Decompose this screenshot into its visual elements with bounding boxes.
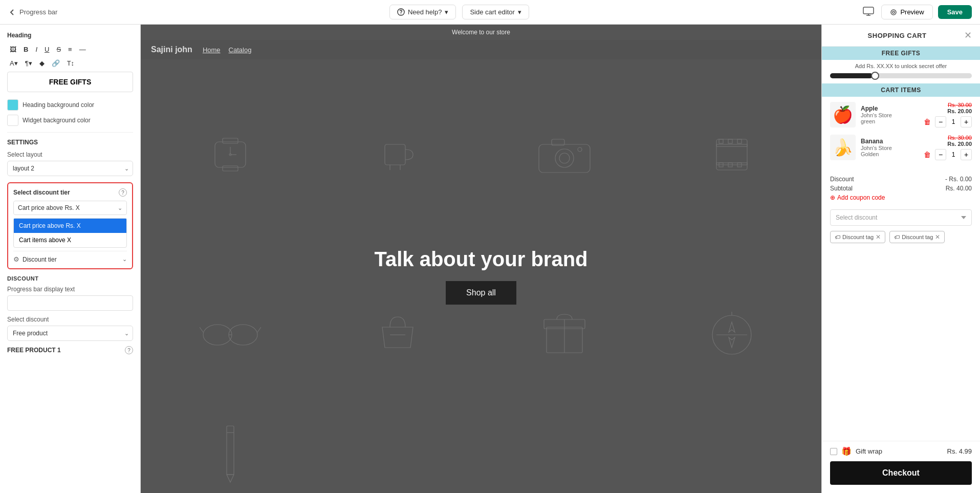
back-label: Progress bar	[19, 8, 57, 16]
discount-label: Discount	[830, 176, 854, 183]
heading-bg-color-swatch[interactable]	[7, 99, 18, 111]
cart-item-store-banana: John's Store	[861, 145, 919, 151]
tag-close-1[interactable]: ✕	[876, 233, 881, 241]
cart-item: 🍎 Apple John's Store green Rs. 30.00 Rs.…	[830, 102, 972, 127]
free-product-header: FREE PRODUCT 1 ?	[7, 346, 133, 354]
heading-bg-color-label: Heading background color	[23, 101, 94, 109]
svg-line-34	[257, 327, 261, 332]
editor-label: Side cart editor	[470, 8, 514, 16]
svg-rect-24	[719, 139, 723, 143]
heading-section-label: Heading	[7, 32, 133, 39]
cart-item-decrement-button[interactable]: −	[935, 116, 946, 127]
layout-select-wrap: layout 2 ⌄	[7, 161, 133, 176]
hero-icon-coffee	[316, 68, 480, 242]
svg-point-18	[559, 153, 570, 163]
discount-section-label: DISCOUNT	[7, 275, 133, 282]
hero-cta-button[interactable]: Shop all	[446, 281, 516, 305]
cart-item-controls-apple: 🗑 − 1 +	[924, 116, 972, 127]
heading-toolbar2: A▾ ¶▾ ◆ 🔗 T↕	[7, 58, 133, 69]
cart-item-increment-button-banana[interactable]: +	[961, 149, 972, 160]
layout-select[interactable]: layout 2	[7, 161, 133, 176]
cart-item-new-price-banana: Rs. 20.00	[947, 141, 972, 147]
preview-button[interactable]: Preview	[881, 5, 932, 19]
editor-button[interactable]: Side cart editor ▾	[462, 5, 529, 19]
align-btn[interactable]: ≡	[66, 44, 75, 55]
discount-tier-help-icon[interactable]: ?	[119, 188, 127, 197]
svg-rect-25	[728, 139, 732, 143]
nav-link-home[interactable]: Home	[203, 46, 221, 54]
discount-tier-header: Select discount tier ?	[13, 188, 127, 197]
minus-btn[interactable]: —	[77, 44, 89, 55]
gift-wrap-price: Rs. 4.99	[947, 447, 972, 455]
tag-close-2[interactable]: ✕	[935, 233, 940, 241]
dropdown-option-cart-price[interactable]: Cart price above Rs. X	[14, 219, 126, 233]
strikethrough-btn[interactable]: S	[54, 44, 63, 55]
need-help-button[interactable]: Need help? ▾	[389, 5, 456, 19]
free-product-help-icon[interactable]: ?	[125, 346, 133, 354]
cart-items-bar: CART ITEMS	[822, 83, 980, 97]
font-color-btn[interactable]: A▾	[7, 58, 20, 69]
cart-close-button[interactable]: ✕	[964, 31, 972, 40]
underline-btn[interactable]: U	[42, 44, 52, 55]
select-discount-select[interactable]: Free product	[7, 326, 133, 341]
widget-bg-color-swatch[interactable]	[7, 115, 18, 126]
cart-item-delete-button[interactable]: 🗑	[924, 118, 931, 126]
hero-icon-camera	[483, 68, 646, 242]
link-btn[interactable]: 🔗	[49, 58, 62, 69]
text-style-btn[interactable]: T↕	[64, 58, 77, 69]
progress-bar-display-text-input[interactable]	[7, 295, 133, 311]
discount-row: Discount - Rs. 0.00	[830, 176, 972, 183]
discount-tier-select[interactable]: Cart price above Rs. X Cart items above …	[14, 201, 126, 215]
svg-point-31	[229, 325, 257, 345]
store-welcome-bar: Welcome to our store	[141, 25, 821, 40]
svg-point-20	[578, 147, 582, 152]
store-logo: Sajini john	[151, 45, 192, 54]
preview-label: Preview	[900, 8, 924, 16]
gift-wrap-row: 🎁 Gift wrap Rs. 4.99	[822, 441, 980, 461]
discount-tier-chevron[interactable]: ⌄	[122, 256, 127, 263]
dropdown-option-cart-items[interactable]: Cart items above X	[14, 233, 126, 247]
progress-bar-display-text-label: Progress bar display text	[7, 286, 133, 293]
cart-header: SHOPPING CART ✕	[822, 25, 980, 47]
hero-icon-watch	[149, 68, 312, 242]
discount-tier-title: Select discount tier	[13, 189, 70, 196]
italic-btn[interactable]: I	[33, 44, 40, 55]
welcome-msg: Welcome to our store	[452, 29, 510, 36]
discount-tier-select-wrap: Cart price above Rs. X Cart items above …	[13, 201, 127, 215]
svg-rect-9	[223, 166, 238, 171]
bold-btn[interactable]: B	[21, 44, 31, 55]
discount-tag-2: 🏷 Discount tag ✕	[889, 231, 945, 243]
hero-icon-pencil	[149, 423, 312, 485]
cart-item-store: John's Store	[861, 112, 919, 118]
tier-name-label: Discount tier	[23, 256, 57, 263]
gift-wrap-checkbox[interactable]	[830, 448, 837, 455]
cart-item-delete-button-banana[interactable]: 🗑	[924, 151, 931, 159]
svg-point-1	[401, 14, 402, 15]
heading-preview: FREE GIFTS	[7, 72, 133, 92]
cart-item-increment-button[interactable]: +	[961, 116, 972, 127]
svg-marker-41	[729, 322, 735, 332]
add-coupon-button[interactable]: ⊕ Add coupon code	[830, 194, 972, 201]
gift-wrap-label: Gift wrap	[856, 447, 882, 455]
progress-fill	[830, 73, 873, 78]
back-button[interactable]: Progress bar	[8, 8, 57, 16]
topbar-center: Need help? ▾ Side cart editor ▾	[63, 5, 855, 19]
paragraph-btn[interactable]: ¶▾	[23, 58, 35, 69]
checkout-button[interactable]: Checkout	[830, 461, 972, 485]
image-btn[interactable]: 🖼	[7, 44, 19, 55]
nav-link-catalog[interactable]: Catalog	[229, 46, 252, 54]
cart-item-decrement-button-banana[interactable]: −	[935, 149, 946, 160]
highlight-btn[interactable]: ◆	[37, 58, 47, 69]
discount-tier-footer: ⚙ Discount tier ⌄	[13, 251, 127, 263]
select-discount-select-cart[interactable]: Select discount	[830, 209, 972, 226]
progress-thumb	[871, 72, 879, 80]
svg-rect-22	[716, 144, 747, 146]
cart-item-right-banana: Rs. 30.00 Rs. 20.00 🗑 − 1 +	[924, 135, 972, 160]
progress-bar-wrap	[822, 71, 980, 83]
cart-title: SHOPPING CART	[830, 32, 964, 39]
left-panel: Heading 🖼 B I U S ≡ — A▾ ¶▾ ◆ 🔗 T↕ FREE …	[0, 25, 141, 493]
save-button[interactable]: Save	[938, 5, 972, 19]
monitor-icon[interactable]	[861, 5, 876, 19]
free-gifts-bar: FREE GIFTS	[822, 47, 980, 60]
cart-item-right: Rs. 30.00 Rs. 20.00 🗑 − 1 +	[924, 102, 972, 127]
